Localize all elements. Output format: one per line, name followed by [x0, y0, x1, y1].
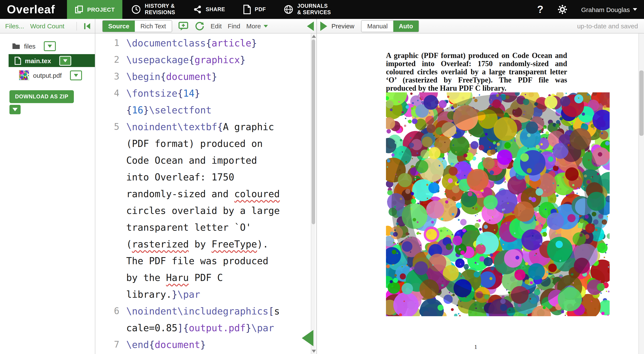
help-button[interactable]: ? [537, 4, 543, 16]
chevron-down-icon [63, 59, 68, 62]
add-comment-icon[interactable] [178, 21, 188, 31]
word-count-link[interactable]: Word Count [30, 22, 64, 30]
find-button[interactable]: Find [228, 22, 240, 30]
line-number: 7 [95, 336, 126, 353]
code-line[interactable]: 4\fontsize{14} [95, 85, 316, 102]
code-line[interactable]: 2\usepackage{graphicx} [95, 52, 316, 68]
project-icon [75, 5, 83, 14]
code-line[interactable]: (PDF format) produced on [95, 135, 316, 152]
collapse-editor-handle[interactable] [302, 330, 314, 346]
divider [76, 22, 77, 30]
code-line[interactable]: 7\end{document} [95, 336, 316, 353]
code-line[interactable]: 5\noindent\textbf{A graphic [95, 119, 316, 135]
gear-icon[interactable] [557, 4, 567, 15]
overleaf-app: Overleaf PROJECT HISTORY &REVISIONS [0, 0, 644, 354]
journals-label: JOURNALS& SERVICES [297, 3, 331, 16]
source-tab[interactable]: Source [102, 21, 135, 32]
folder-row-files[interactable]: files [0, 40, 95, 53]
scrollbar-thumb[interactable] [312, 40, 315, 224]
source-richtext-toggle: Source Rich Text [102, 20, 172, 32]
pdf-thumbnail [19, 70, 29, 80]
pdf-page-number: 1 [463, 344, 488, 350]
line-number [95, 286, 126, 303]
share-button[interactable]: SHARE [184, 0, 234, 19]
user-name: Graham Douglas [581, 6, 630, 13]
chevron-down-icon [48, 45, 52, 48]
journals-services-button[interactable]: JOURNALS& SERVICES [275, 0, 340, 19]
user-menu[interactable]: Graham Douglas [581, 6, 637, 13]
scroll-down-icon[interactable] [312, 350, 316, 353]
tex-file-icon [14, 57, 21, 65]
compile-status: up-to-date and saved [577, 22, 638, 30]
code-line[interactable]: library.}\par [95, 286, 316, 303]
clock-icon [132, 5, 141, 14]
code-line[interactable]: into Overleaf: 1750 [95, 169, 316, 186]
folder-dropdown-button[interactable] [44, 41, 56, 51]
pdf-preview-pane: A graphic (PDF format) produced on Code … [317, 34, 644, 354]
file-row-main-tex[interactable]: main.tex [8, 54, 95, 67]
expand-preview-icon[interactable] [320, 21, 327, 31]
more-menu-button[interactable]: More [246, 22, 268, 30]
project-button[interactable]: PROJECT [67, 0, 122, 19]
history-revisions-button[interactable]: HISTORY &REVISIONS [122, 0, 184, 19]
pdf-icon [243, 5, 251, 14]
line-number [95, 169, 126, 186]
source-editor[interactable]: 1\documentclass{article}2\usepackage{gra… [95, 34, 317, 354]
line-number: 3 [95, 68, 126, 85]
code-line[interactable]: The PDF file was produced [95, 253, 316, 269]
download-zip-button[interactable]: DOWNLOAD AS ZIP [10, 90, 74, 103]
project-label: PROJECT [87, 6, 115, 13]
preview-scrollbar[interactable] [638, 34, 644, 354]
line-number [95, 135, 126, 152]
code-line[interactable]: (rasterized by FreeType). [95, 236, 316, 253]
code-area[interactable]: 1\documentclass{article}2\usepackage{gra… [95, 34, 316, 353]
file-row-output-pdf[interactable]: output.pdf [0, 69, 95, 82]
rich-text-tab[interactable]: Rich Text [135, 21, 172, 32]
line-number [95, 236, 126, 253]
files-link[interactable]: Files... [5, 22, 24, 30]
file-label: output.pdf [33, 72, 62, 79]
preview-label: Preview [332, 22, 354, 30]
code-line[interactable]: by the Haru PDF C [95, 269, 316, 286]
code-line[interactable]: randomly-sized and coloured [95, 186, 316, 202]
code-line[interactable]: 6\noindent\includegraphics[s [95, 303, 316, 320]
preview-toolbar: Preview Manual Auto up-to-date and saved [317, 19, 644, 34]
line-number: 4 [95, 85, 126, 102]
auto-compile-tab[interactable]: Auto [393, 21, 418, 32]
share-icon [193, 5, 202, 14]
folder-icon [12, 43, 20, 49]
circles-graphic [386, 92, 610, 316]
overleaf-logo[interactable]: Overleaf [7, 0, 55, 19]
manual-auto-toggle: Manual Auto [361, 20, 419, 32]
collapse-editor-icon[interactable] [307, 21, 314, 31]
manual-compile-tab[interactable]: Manual [362, 21, 393, 32]
code-line[interactable]: transparent letter `O' [95, 219, 316, 236]
file-dropdown-button[interactable] [70, 70, 82, 80]
pdf-page-text: A graphic (PDF format) produced on Code … [386, 52, 567, 92]
code-line[interactable]: Code Ocean and imported [95, 152, 316, 169]
code-line[interactable]: {16}\selectfont [95, 102, 316, 119]
file-tree-panel: files main.tex output.pdf DOWNLOAD AS ZI… [0, 34, 95, 354]
code-line[interactable]: 3\begin{document} [95, 68, 316, 85]
line-number [95, 219, 126, 236]
code-line[interactable]: circles overlaid by a large [95, 202, 316, 219]
line-number [95, 202, 126, 219]
pdf-button[interactable]: PDF [234, 0, 275, 19]
line-number [95, 152, 126, 169]
scrollbar-thumb[interactable] [639, 71, 644, 136]
code-line[interactable]: cale=0.85]{output.pdf}\par [95, 320, 316, 336]
chevron-down-icon [12, 108, 18, 111]
share-label: SHARE [206, 7, 225, 13]
collapse-sidebar-icon[interactable] [83, 22, 92, 30]
download-options-dropdown[interactable] [10, 105, 20, 114]
history-icon[interactable] [194, 21, 204, 31]
file-dropdown-button[interactable] [59, 56, 71, 66]
chevron-down-icon [633, 8, 637, 11]
line-number [95, 269, 126, 286]
line-number [95, 320, 126, 336]
code-line[interactable]: 1\documentclass{article} [95, 35, 316, 52]
editor-scrollbar[interactable] [311, 34, 316, 354]
scroll-up-icon[interactable] [312, 35, 316, 38]
line-number: 6 [95, 303, 126, 320]
edit-button[interactable]: Edit [210, 22, 222, 30]
